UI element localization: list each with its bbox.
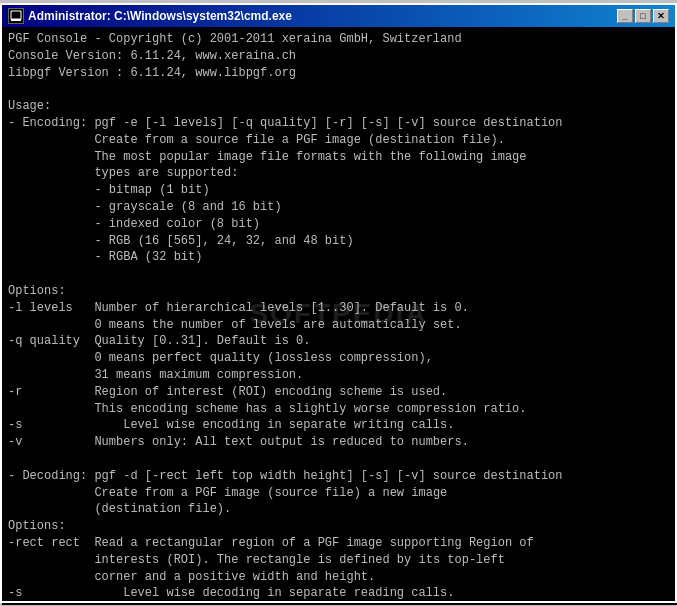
console-line: -rect rect Read a rectangular region of … — [8, 535, 669, 552]
console-line: Create from a source file a PGF image (d… — [8, 132, 669, 149]
window-icon — [8, 8, 24, 24]
svg-rect-1 — [11, 19, 21, 21]
close-button[interactable]: ✕ — [653, 9, 669, 23]
console-line: 0 means the number of levels are automat… — [8, 317, 669, 334]
console-line: -s Level wise decoding in separate readi… — [8, 585, 669, 601]
console-line: - Encoding: pgf -e [-l levels] [-q quali… — [8, 115, 669, 132]
console-line: Options: — [8, 518, 669, 535]
console-line: -r Region of interest (ROI) encoding sch… — [8, 384, 669, 401]
minimize-button[interactable]: _ — [617, 9, 633, 23]
console-line: Options: — [8, 283, 669, 300]
console-line: -q quality Quality [0..31]. Default is 0… — [8, 333, 669, 350]
console-line — [8, 266, 669, 283]
console-line: The most popular image file formats with… — [8, 149, 669, 166]
window-controls: _ □ ✕ — [617, 9, 669, 23]
console-line: -v Numbers only: All text output is redu… — [8, 434, 669, 451]
console-line: - RGB (16 [565], 24, 32, and 48 bit) — [8, 233, 669, 250]
console-line: types are supported: — [8, 165, 669, 182]
svg-rect-0 — [11, 11, 21, 19]
console-line: Create from a PGF image (source file) a … — [8, 485, 669, 502]
console-line: This encoding scheme has a slightly wors… — [8, 401, 669, 418]
console-line: PGF Console - Copyright (c) 2001-2011 xe… — [8, 31, 669, 48]
console-line: 0 means perfect quality (lossless compre… — [8, 350, 669, 367]
console-output[interactable]: SOFTPEDIA PGF Console - Copyright (c) 20… — [2, 27, 675, 601]
console-line: Usage: — [8, 98, 669, 115]
console-line: - grayscale (8 and 16 bit) — [8, 199, 669, 216]
cmd-window: Administrator: C:\Windows\system32\cmd.e… — [0, 3, 677, 603]
console-line — [8, 81, 669, 98]
console-line — [8, 451, 669, 468]
console-line: 31 means maximum compression. — [8, 367, 669, 384]
console-line: - indexed color (8 bit) — [8, 216, 669, 233]
title-bar-left: Administrator: C:\Windows\system32\cmd.e… — [8, 8, 292, 24]
console-line: - bitmap (1 bit) — [8, 182, 669, 199]
maximize-button[interactable]: □ — [635, 9, 651, 23]
console-line: libpgf Version : 6.11.24, www.libpgf.org — [8, 65, 669, 82]
console-line: -s Level wise encoding in separate writi… — [8, 417, 669, 434]
title-bar: Administrator: C:\Windows\system32\cmd.e… — [2, 5, 675, 27]
console-line: -l levels Number of hierarchical levels … — [8, 300, 669, 317]
console-line: Console Version: 6.11.24, www.xeraina.ch — [8, 48, 669, 65]
console-line: - RGBA (32 bit) — [8, 249, 669, 266]
console-line: interests (ROI). The rectangle is define… — [8, 552, 669, 569]
console-line: - Decoding: pgf -d [-rect left top width… — [8, 468, 669, 485]
console-lines: PGF Console - Copyright (c) 2001-2011 xe… — [8, 31, 669, 601]
window-title: Administrator: C:\Windows\system32\cmd.e… — [28, 9, 292, 23]
console-line: (destination file). — [8, 501, 669, 518]
console-line: corner and a positive width and height. — [8, 569, 669, 586]
